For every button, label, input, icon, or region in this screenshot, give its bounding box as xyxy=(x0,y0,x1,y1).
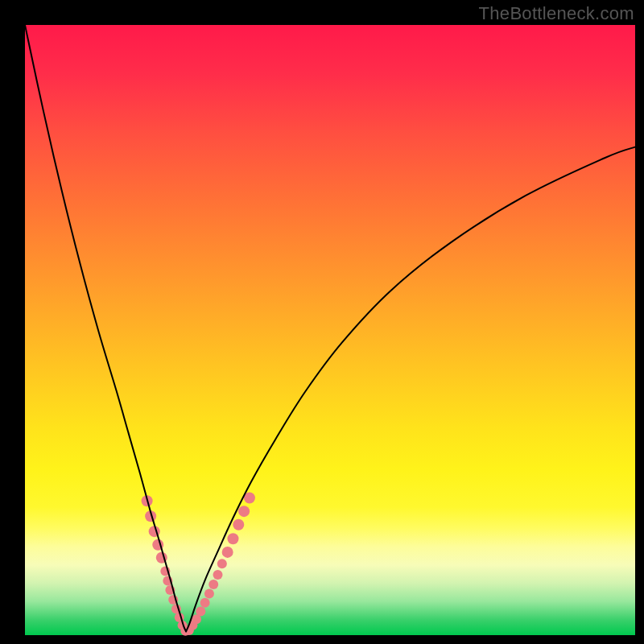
watermark-text: TheBottleneck.com xyxy=(479,3,634,24)
marker-dot xyxy=(204,588,214,598)
marker-dot xyxy=(213,570,223,580)
curve-layer xyxy=(25,25,635,635)
curve-right-branch xyxy=(186,147,635,632)
marker-dot xyxy=(222,547,233,558)
outer-frame: TheBottleneck.com xyxy=(0,0,644,644)
marker-group xyxy=(142,492,255,635)
marker-dot xyxy=(196,606,205,616)
curve-left-branch xyxy=(25,25,186,631)
marker-dot xyxy=(233,519,244,530)
marker-dot xyxy=(208,580,218,589)
marker-dot xyxy=(238,506,250,517)
plot-area xyxy=(25,25,635,635)
marker-dot xyxy=(217,559,227,568)
marker-dot xyxy=(200,598,210,608)
marker-dot xyxy=(227,533,238,544)
